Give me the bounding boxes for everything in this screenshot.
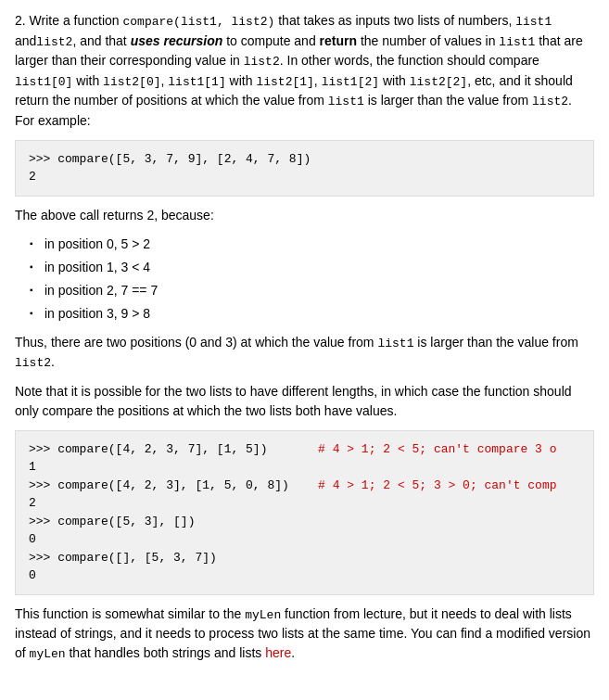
final-paragraph: This function is somewhat similar to the…	[15, 605, 594, 664]
list1-2: list1[2]	[322, 75, 379, 89]
intro-text: Write a function compare(list1, list2) t…	[15, 13, 583, 128]
code-example-2: >>> compare([4, 2, 3, 7], [1, 5]) # 4 > …	[15, 430, 594, 595]
code-example-1: >>> compare([5, 3, 7, 9], [2, 4, 7, 8]) …	[15, 140, 594, 197]
question-number: 2.	[15, 13, 26, 28]
thus-paragraph: Thus, there are two positions (0 and 3) …	[15, 333, 594, 373]
list1-ref2: list1	[499, 35, 535, 49]
note-paragraph: Note that it is possible for the two lis…	[15, 382, 594, 421]
intro-paragraph: 2. Write a function compare(list1, list2…	[15, 11, 594, 131]
mylen-ref2: myLen	[30, 647, 66, 661]
here-link[interactable]: here	[265, 645, 291, 660]
list2-0: list2[0]	[103, 75, 160, 89]
list1-ref1: list1	[515, 15, 552, 29]
bullet-item-3: in position 3, 9 > 8	[30, 304, 594, 324]
above-call-text: The above call returns 2, because:	[15, 206, 594, 225]
function-sig: compare(list1, list2)	[122, 15, 274, 29]
return-strong: return	[320, 33, 357, 48]
list2-1: list2[1]	[256, 75, 313, 89]
mylen-ref1: myLen	[245, 608, 281, 622]
list2-thus: list2	[15, 356, 51, 370]
list2-ref3: list2	[532, 95, 568, 108]
bullet-item-2: in position 2, 7 == 7	[30, 281, 594, 300]
bullet-list: in position 0, 5 > 2 in position 1, 3 < …	[30, 235, 594, 324]
list2-ref2: list2	[244, 55, 280, 69]
bullet-item-1: in position 1, 3 < 4	[30, 258, 594, 277]
question-container: 2. Write a function compare(list1, list2…	[15, 11, 594, 664]
uses-recursion: uses recursion	[131, 33, 223, 48]
list1-thus: list1	[377, 337, 413, 350]
list2-ref1: list2	[36, 35, 72, 49]
list1-1: list1[1]	[168, 75, 225, 89]
bullet-item-0: in position 0, 5 > 2	[30, 235, 594, 254]
list1-0: list1[0]	[15, 75, 72, 89]
list1-ref3: list1	[328, 95, 364, 108]
list2-2: list2[2]	[410, 75, 467, 89]
